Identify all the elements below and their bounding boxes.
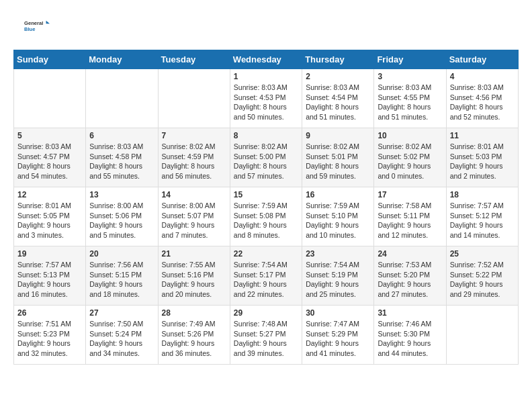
calendar-week-row: 5Sunrise: 8:03 AMSunset: 4:57 PMDaylight…: [14, 128, 519, 187]
day-number: 7: [162, 131, 226, 140]
day-info: Sunrise: 8:03 AMSunset: 4:55 PMDaylight:…: [378, 83, 442, 122]
weekday-header-row: SundayMondayTuesdayWednesdayThursdayFrid…: [14, 50, 519, 69]
calendar-cell: 16Sunrise: 7:59 AMSunset: 5:10 PMDayligh…: [302, 187, 374, 246]
day-info: Sunrise: 7:48 AMSunset: 5:27 PMDaylight:…: [234, 319, 298, 359]
calendar-cell: 22Sunrise: 7:54 AMSunset: 5:17 PMDayligh…: [230, 246, 302, 306]
day-number: 18: [450, 190, 515, 199]
calendar-cell: 29Sunrise: 7:48 AMSunset: 5:27 PMDayligh…: [230, 306, 302, 365]
calendar-week-row: 1Sunrise: 8:03 AMSunset: 4:53 PMDaylight…: [14, 69, 519, 128]
calendar-week-row: 12Sunrise: 8:01 AMSunset: 5:05 PMDayligh…: [14, 187, 519, 246]
day-number: 4: [450, 72, 515, 81]
day-info: Sunrise: 7:51 AMSunset: 5:23 PMDaylight:…: [17, 319, 82, 359]
day-number: 11: [450, 131, 515, 140]
calendar-cell: 6Sunrise: 8:03 AMSunset: 4:58 PMDaylight…: [86, 128, 158, 187]
calendar-cell: 25Sunrise: 7:52 AMSunset: 5:22 PMDayligh…: [446, 246, 518, 306]
day-number: 5: [17, 131, 82, 140]
day-number: 12: [17, 190, 82, 199]
day-number: 10: [378, 131, 442, 140]
weekday-header: Friday: [374, 50, 446, 69]
calendar-cell: 8Sunrise: 8:02 AMSunset: 5:00 PMDaylight…: [230, 128, 302, 187]
calendar-cell: 17Sunrise: 7:58 AMSunset: 5:11 PMDayligh…: [374, 187, 446, 246]
day-info: Sunrise: 7:59 AMSunset: 5:10 PMDaylight:…: [306, 201, 370, 240]
page-header: General Blue: [13, 13, 519, 39]
day-number: 9: [306, 131, 370, 140]
day-number: 20: [89, 249, 154, 259]
day-number: 14: [162, 190, 226, 199]
day-number: 27: [89, 308, 154, 318]
calendar-cell: 31Sunrise: 7:46 AMSunset: 5:30 PMDayligh…: [374, 306, 446, 365]
calendar-cell: 15Sunrise: 7:59 AMSunset: 5:08 PMDayligh…: [230, 187, 302, 246]
day-info: Sunrise: 7:50 AMSunset: 5:24 PMDaylight:…: [89, 319, 154, 359]
day-info: Sunrise: 7:58 AMSunset: 5:11 PMDaylight:…: [378, 201, 442, 240]
day-info: Sunrise: 8:03 AMSunset: 4:53 PMDaylight:…: [234, 83, 298, 122]
day-info: Sunrise: 8:01 AMSunset: 5:05 PMDaylight:…: [17, 201, 82, 240]
calendar-cell: 10Sunrise: 8:02 AMSunset: 5:02 PMDayligh…: [374, 128, 446, 187]
day-info: Sunrise: 8:03 AMSunset: 4:56 PMDaylight:…: [450, 83, 515, 122]
calendar-cell: [14, 69, 86, 128]
calendar-week-row: 19Sunrise: 7:57 AMSunset: 5:13 PMDayligh…: [14, 246, 519, 306]
calendar-cell: 26Sunrise: 7:51 AMSunset: 5:23 PMDayligh…: [14, 306, 86, 365]
day-info: Sunrise: 8:02 AMSunset: 5:02 PMDaylight:…: [378, 142, 442, 181]
svg-marker-2: [46, 21, 50, 24]
calendar-cell: 20Sunrise: 7:56 AMSunset: 5:15 PMDayligh…: [86, 246, 158, 306]
weekday-header: Sunday: [14, 50, 86, 69]
calendar-cell: 23Sunrise: 7:54 AMSunset: 5:19 PMDayligh…: [302, 246, 374, 306]
day-info: Sunrise: 7:57 AMSunset: 5:13 PMDaylight:…: [17, 260, 82, 300]
calendar-cell: 24Sunrise: 7:53 AMSunset: 5:20 PMDayligh…: [374, 246, 446, 306]
day-info: Sunrise: 8:01 AMSunset: 5:03 PMDaylight:…: [450, 142, 515, 181]
day-info: Sunrise: 8:00 AMSunset: 5:07 PMDaylight:…: [162, 201, 226, 240]
day-info: Sunrise: 7:56 AMSunset: 5:15 PMDaylight:…: [89, 260, 154, 300]
logo: General Blue: [13, 13, 60, 39]
day-info: Sunrise: 7:55 AMSunset: 5:16 PMDaylight:…: [162, 260, 226, 300]
svg-text:Blue: Blue: [24, 26, 35, 32]
day-number: 19: [17, 249, 82, 259]
weekday-header: Wednesday: [230, 50, 302, 69]
day-number: 3: [378, 72, 442, 81]
day-info: Sunrise: 7:46 AMSunset: 5:30 PMDaylight:…: [378, 319, 442, 359]
calendar-cell: 18Sunrise: 7:57 AMSunset: 5:12 PMDayligh…: [446, 187, 518, 246]
day-number: 16: [306, 190, 370, 199]
calendar-cell: 28Sunrise: 7:49 AMSunset: 5:26 PMDayligh…: [158, 306, 230, 365]
day-info: Sunrise: 8:03 AMSunset: 4:54 PMDaylight:…: [306, 83, 370, 122]
calendar-table: SundayMondayTuesdayWednesdayThursdayFrid…: [13, 50, 519, 365]
day-info: Sunrise: 7:59 AMSunset: 5:08 PMDaylight:…: [234, 201, 298, 240]
day-number: 8: [234, 131, 298, 140]
day-number: 28: [162, 308, 226, 318]
day-number: 17: [378, 190, 442, 199]
day-info: Sunrise: 8:03 AMSunset: 4:57 PMDaylight:…: [17, 142, 82, 181]
calendar-cell: 4Sunrise: 8:03 AMSunset: 4:56 PMDaylight…: [446, 69, 518, 128]
day-info: Sunrise: 7:53 AMSunset: 5:20 PMDaylight:…: [378, 260, 442, 300]
calendar-cell: 27Sunrise: 7:50 AMSunset: 5:24 PMDayligh…: [86, 306, 158, 365]
day-number: 29: [234, 308, 298, 318]
calendar-cell: 11Sunrise: 8:01 AMSunset: 5:03 PMDayligh…: [446, 128, 518, 187]
calendar-cell: 9Sunrise: 8:02 AMSunset: 5:01 PMDaylight…: [302, 128, 374, 187]
calendar-cell: 13Sunrise: 8:00 AMSunset: 5:06 PMDayligh…: [86, 187, 158, 246]
logo-icon: General Blue: [13, 13, 60, 39]
day-info: Sunrise: 8:00 AMSunset: 5:06 PMDaylight:…: [89, 201, 154, 240]
day-info: Sunrise: 7:57 AMSunset: 5:12 PMDaylight:…: [450, 201, 515, 240]
day-info: Sunrise: 8:02 AMSunset: 4:59 PMDaylight:…: [162, 142, 226, 181]
day-number: 22: [234, 249, 298, 259]
calendar-cell: 1Sunrise: 8:03 AMSunset: 4:53 PMDaylight…: [230, 69, 302, 128]
day-number: 26: [17, 308, 82, 318]
calendar-cell: [446, 306, 518, 365]
weekday-header: Saturday: [446, 50, 518, 69]
day-info: Sunrise: 7:54 AMSunset: 5:19 PMDaylight:…: [306, 260, 370, 300]
day-number: 21: [162, 249, 226, 259]
calendar-cell: 19Sunrise: 7:57 AMSunset: 5:13 PMDayligh…: [14, 246, 86, 306]
day-info: Sunrise: 7:52 AMSunset: 5:22 PMDaylight:…: [450, 260, 515, 300]
day-number: 25: [450, 249, 515, 259]
calendar-cell: 14Sunrise: 8:00 AMSunset: 5:07 PMDayligh…: [158, 187, 230, 246]
day-number: 24: [378, 249, 442, 259]
calendar-cell: [158, 69, 230, 128]
day-info: Sunrise: 8:03 AMSunset: 4:58 PMDaylight:…: [89, 142, 154, 181]
day-info: Sunrise: 8:02 AMSunset: 5:00 PMDaylight:…: [234, 142, 298, 181]
day-number: 30: [306, 308, 370, 318]
calendar-cell: 7Sunrise: 8:02 AMSunset: 4:59 PMDaylight…: [158, 128, 230, 187]
day-number: 6: [89, 131, 154, 140]
day-number: 15: [234, 190, 298, 199]
day-number: 31: [378, 308, 442, 318]
calendar-cell: 2Sunrise: 8:03 AMSunset: 4:54 PMDaylight…: [302, 69, 374, 128]
calendar-cell: 5Sunrise: 8:03 AMSunset: 4:57 PMDaylight…: [14, 128, 86, 187]
day-info: Sunrise: 8:02 AMSunset: 5:01 PMDaylight:…: [306, 142, 370, 181]
